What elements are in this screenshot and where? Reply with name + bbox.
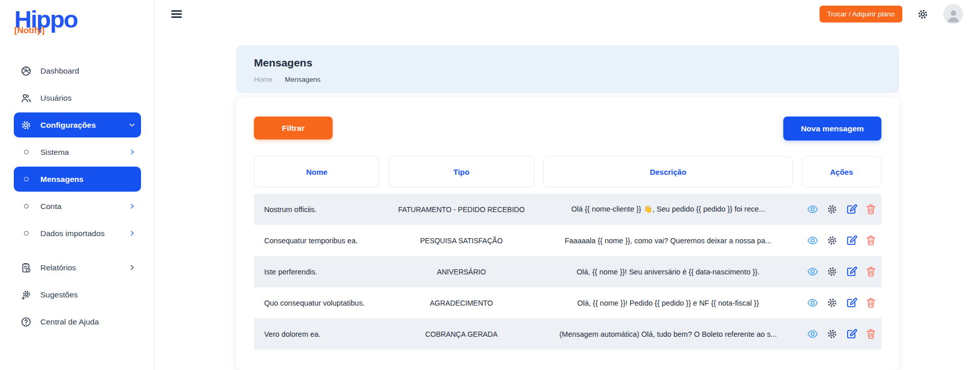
sidebar-nav: Dashboard Usuários Configurações Sistema… [0, 58, 154, 334]
delete-button[interactable] [865, 235, 877, 246]
cell-description: Olá {{ nome-cliente }} 👋, Seu pedido {{ … [543, 205, 793, 214]
chevron-right-icon [128, 229, 136, 237]
sidebar-item-label: Conta [40, 202, 61, 211]
breadcrumb-separator: · [277, 76, 280, 83]
sidebar-item-dados-importados[interactable]: Dados importados [14, 221, 141, 246]
sidebar-item-central-de-ajuda[interactable]: Central de Ajuda [14, 309, 141, 334]
view-button[interactable] [807, 203, 819, 215]
edit-button[interactable] [846, 266, 857, 278]
sidebar-item-sistema[interactable]: Sistema [14, 140, 141, 165]
view-button[interactable] [807, 235, 819, 246]
gear-icon [826, 328, 838, 340]
column-header-nome[interactable]: Nome [254, 156, 380, 188]
sidebar-item-label: Dashboard [40, 66, 79, 76]
gear-icon [826, 266, 838, 278]
eye-icon [807, 266, 819, 278]
sidebar-item-relatorios[interactable]: Relatórios [14, 255, 141, 280]
user-avatar[interactable] [943, 4, 963, 24]
column-header-descricao[interactable]: Descrição [543, 156, 793, 188]
menu-toggle-button[interactable] [171, 10, 182, 18]
column-header-tipo[interactable]: Tipo [388, 156, 534, 188]
edit-icon [846, 235, 857, 246]
card-toolbar: Filtrar Nova mensagem [254, 117, 881, 141]
cell-actions [802, 297, 881, 309]
cell-actions [802, 235, 881, 246]
gear-icon [826, 235, 838, 246]
table-body: Nostrum officiis. FATURAMENTO - PEDIDO R… [254, 194, 881, 350]
edit-button[interactable] [846, 297, 857, 309]
table-row: Nostrum officiis. FATURAMENTO - PEDIDO R… [254, 194, 881, 225]
sidebar-item-label: Usuários [40, 94, 72, 103]
messages-card: Filtrar Nova mensagem Nome Tipo Descriçã… [236, 97, 899, 370]
cell-type: COBRANÇA GERADA [388, 330, 534, 338]
edit-icon [846, 203, 857, 215]
filter-button[interactable]: Filtrar [254, 117, 333, 140]
app-window: Hippo [Notify] Dashboard Usuários Config… [0, 0, 980, 370]
suggestions-gear-plus-icon [20, 289, 32, 300]
cell-description: (Mensagem automática) Olá, tudo bem? O B… [543, 330, 793, 338]
sidebar-item-conta[interactable]: Conta [14, 194, 141, 219]
brand-logo[interactable]: Hippo [Notify] [0, 6, 154, 51]
row-settings-button[interactable] [826, 203, 838, 215]
cell-actions [802, 203, 881, 215]
cell-type: ANIVERSÁRIO [388, 268, 534, 276]
sidebar-item-sugestoes[interactable]: Sugestões [14, 282, 141, 307]
row-settings-button[interactable] [826, 328, 838, 340]
row-settings-button[interactable] [826, 266, 838, 278]
edit-icon [846, 328, 857, 340]
cell-name: Consequatur temporibus ea. [254, 237, 380, 245]
cell-type: AGRADECIMENTO [388, 299, 534, 307]
cell-name: Iste perferendis. [254, 268, 380, 276]
new-message-button[interactable]: Nova mensagem [783, 117, 881, 141]
delete-button[interactable] [865, 266, 877, 278]
row-settings-button[interactable] [826, 297, 838, 309]
change-plan-button[interactable]: Trocar / Adquirir plano [820, 6, 902, 22]
delete-button[interactable] [865, 203, 877, 215]
cell-name: Quo consequatur voluptatibus. [254, 299, 380, 307]
edit-button[interactable] [846, 235, 857, 246]
bullet-icon [20, 228, 32, 239]
cell-actions [802, 328, 881, 340]
edit-button[interactable] [846, 203, 857, 215]
view-button[interactable] [807, 297, 819, 309]
sidebar-item-label: Mensagens [40, 175, 83, 184]
sidebar-item-label: Relatórios [40, 263, 76, 272]
sidebar-item-label: Central de Ajuda [40, 317, 99, 327]
delete-button[interactable] [865, 297, 877, 309]
page-header: Mensagens Home · Mensagens [236, 45, 899, 93]
edit-button[interactable] [846, 328, 857, 340]
topbar: Trocar / Adquirir plano [155, 0, 980, 28]
settings-gear-icon[interactable] [917, 8, 929, 20]
breadcrumb-current: Mensagens [285, 76, 321, 83]
table-row: Iste perferendis. ANIVERSÁRIO Olá, {{ no… [254, 256, 881, 287]
person-icon [945, 7, 962, 24]
sidebar-item-label: Configurações [40, 121, 96, 130]
sidebar-item-mensagens[interactable]: Mensagens [14, 167, 141, 192]
sidebar-item-usuarios[interactable]: Usuários [14, 85, 141, 110]
view-button[interactable] [807, 328, 819, 340]
eye-icon [807, 328, 819, 340]
sidebar-item-label: Sistema [40, 148, 69, 157]
chevron-right-icon [128, 148, 136, 156]
gear-icon [826, 297, 838, 309]
cell-type: FATURAMENTO - PEDIDO RECEBIDO [388, 205, 534, 214]
trash-icon [865, 235, 877, 246]
topbar-actions: Trocar / Adquirir plano [820, 4, 963, 24]
gear-icon [20, 120, 32, 131]
breadcrumb-home-link[interactable]: Home [254, 76, 272, 83]
edit-icon [846, 297, 857, 309]
column-header-acoes: Ações [802, 156, 881, 188]
trash-icon [865, 297, 877, 309]
trash-icon [865, 203, 877, 215]
table-row: Consequatur temporibus ea. PESQUISA SATI… [254, 225, 881, 256]
content: Mensagens Home · Mensagens Filtrar Nova … [155, 28, 980, 370]
bullet-icon [20, 174, 32, 185]
sidebar-item-configuracoes[interactable]: Configurações [14, 112, 141, 137]
chevron-down-icon [128, 121, 136, 129]
cell-type: PESQUISA SATISFAÇÃO [388, 237, 534, 245]
delete-button[interactable] [865, 328, 877, 340]
main-area: Trocar / Adquirir plano Mensagens Home ·… [155, 0, 980, 370]
view-button[interactable] [807, 266, 819, 278]
sidebar-item-dashboard[interactable]: Dashboard [14, 58, 141, 83]
row-settings-button[interactable] [826, 235, 838, 246]
